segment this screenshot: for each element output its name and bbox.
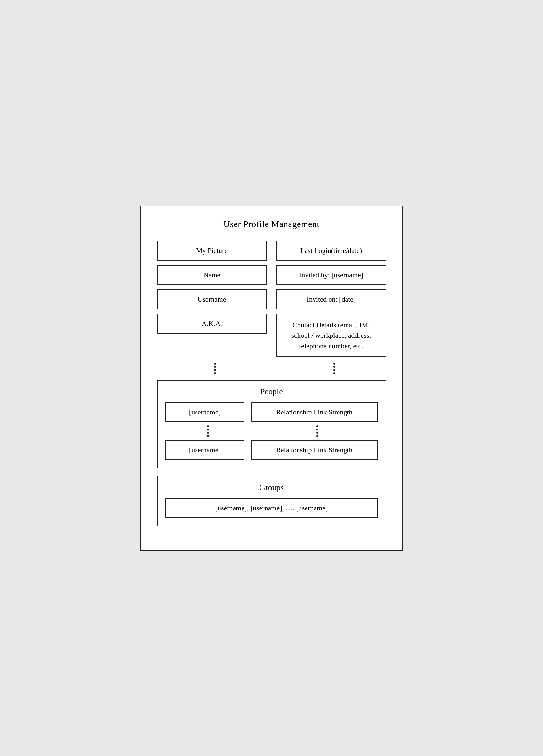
page-title: User Profile Management [157, 219, 386, 229]
dots-right [277, 363, 386, 374]
dot [317, 425, 319, 427]
last-login-field[interactable]: Last Login(time/date) [277, 241, 386, 261]
groups-grid: [username], [username], ..... [username] [165, 498, 378, 518]
people-grid: [username] Relationship Link Strength [165, 402, 378, 422]
dots-divider-top [157, 363, 386, 374]
dot [207, 425, 209, 427]
groups-usernames[interactable]: [username], [username], ..... [username] [165, 498, 378, 518]
people-dots-left [165, 425, 245, 437]
dot [214, 363, 216, 365]
groups-section: Groups [username], [username], ..... [us… [157, 476, 386, 526]
dot [214, 369, 216, 371]
my-picture-field[interactable]: My Picture [157, 241, 267, 261]
people-grid-2: [username] Relationship Link Strength [165, 440, 378, 460]
people-section: People [username] Relationship Link Stre… [157, 380, 386, 468]
people-username-1[interactable]: [username] [165, 402, 245, 422]
dot [207, 429, 209, 430]
dot [207, 435, 209, 437]
dot [207, 432, 209, 434]
dots-left [157, 363, 267, 374]
people-section-title: People [165, 387, 378, 397]
fields-grid: My Picture Last Login(time/date) Name In… [157, 241, 386, 357]
aka-field[interactable]: A.K.A. [157, 314, 267, 334]
name-field[interactable]: Name [157, 265, 267, 285]
username-field[interactable]: Username [157, 289, 267, 309]
dot [317, 432, 319, 434]
people-relationship-1[interactable]: Relationship Link Strength [251, 402, 378, 422]
invited-on-field[interactable]: Invited on: [date] [277, 289, 386, 309]
dot [214, 366, 216, 368]
contact-details-field[interactable]: Contact Details (email, IM, school / wor… [277, 314, 386, 357]
dot [317, 435, 319, 437]
dot [334, 363, 335, 365]
dot [334, 372, 335, 374]
dot [334, 369, 335, 371]
people-dots-right [251, 425, 378, 437]
invited-by-field[interactable]: Invited by: [username] [277, 265, 386, 285]
people-relationship-2[interactable]: Relationship Link Strength [251, 440, 378, 460]
people-username-2[interactable]: [username] [165, 440, 245, 460]
groups-section-title: Groups [165, 483, 378, 492]
people-dots [165, 425, 378, 437]
dot [334, 366, 335, 368]
dot [214, 372, 216, 374]
dot [317, 429, 319, 430]
main-container: User Profile Management My Picture Last … [140, 206, 403, 551]
